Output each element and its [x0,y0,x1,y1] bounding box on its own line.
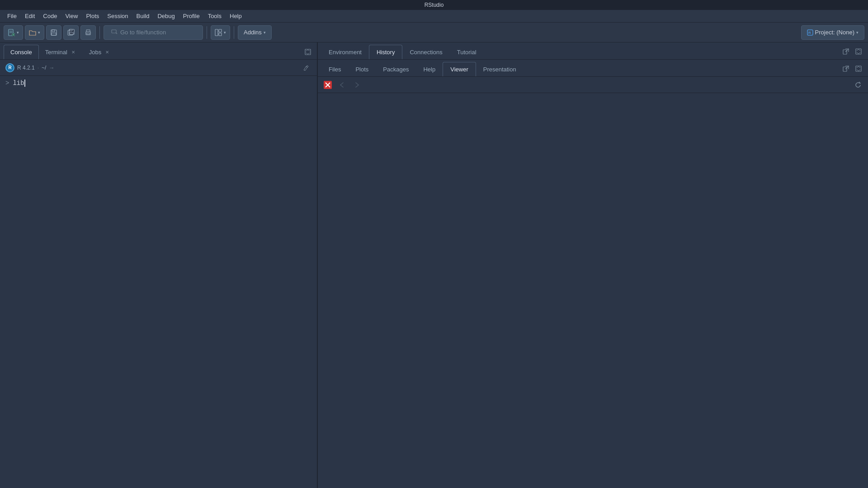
menu-session[interactable]: Session [104,11,132,21]
right-bottom-tab-bar: Files Plots Packages Help Viewer Present… [318,60,868,77]
bottom-popout-icon [843,66,849,72]
right-bottom-maximize-btn[interactable] [853,63,864,75]
r-version-badge: R R 4.2.1 · ~/ → [5,63,54,72]
menu-file[interactable]: File [4,11,20,21]
menu-code[interactable]: Code [39,11,61,21]
svg-rect-12 [70,33,73,34]
menu-profile[interactable]: Profile [179,11,203,21]
tab-plots[interactable]: Plots [348,62,376,76]
new-file-button[interactable]: ▾ [4,25,23,40]
console-actions [301,62,311,73]
save-all-icon [67,29,75,36]
app-title: RStudio [425,2,444,8]
svg-rect-27 [856,66,861,71]
menu-bar: File Edit Code View Plots Session Build … [0,10,868,23]
right-bottom-tab-actions [840,63,864,76]
viewer-toolbar [318,77,868,93]
tab-viewer[interactable]: Viewer [443,62,476,76]
layout-button[interactable]: ▾ [211,25,230,40]
menu-debug[interactable]: Debug [154,11,178,21]
save-icon [50,29,57,36]
close-jobs-tab[interactable]: ✕ [104,49,110,55]
right-maximize-icon [855,48,862,55]
svg-rect-22 [843,50,847,54]
project-arrow: ▾ [856,30,859,35]
svg-rect-16 [215,29,218,36]
separator-2 [207,26,207,39]
prompt-symbol: > [5,80,9,87]
project-icon: R [807,29,813,36]
toolbar: ▾ ▾ [0,23,868,42]
svg-rect-14 [87,33,90,34]
right-pane-maximize-btn[interactable] [853,46,864,57]
svg-rect-15 [112,30,116,33]
viewer-back-btn[interactable] [336,79,349,91]
goto-file-button[interactable]: Go to file/function [104,25,203,40]
svg-rect-11 [70,29,72,31]
project-button[interactable]: R Project: (None) ▾ [801,25,864,40]
menu-help[interactable]: Help [226,11,245,21]
addins-button[interactable]: Addins ▾ [238,25,272,40]
tab-terminal[interactable]: Terminal ✕ [39,45,83,59]
svg-text:R: R [808,31,811,35]
tab-environment[interactable]: Environment [321,45,369,59]
right-pane: Environment History Connections Tutorial [318,42,868,488]
viewer-refresh-btn[interactable] [852,79,864,91]
console-content[interactable]: > lib [0,76,317,488]
menu-tools[interactable]: Tools [204,11,225,21]
save-all-button[interactable] [63,25,79,40]
right-bottom-popout-btn[interactable] [840,63,852,75]
menu-view[interactable]: View [61,11,81,21]
maximize-icon [305,49,311,55]
viewer-refresh-icon [854,81,862,89]
open-file-button[interactable]: ▾ [25,25,44,40]
tab-packages[interactable]: Packages [376,62,416,76]
left-pane: Console Terminal ✕ Jobs ✕ [0,42,318,488]
svg-rect-8 [52,33,56,35]
tab-tutorial[interactable]: Tutorial [450,45,484,59]
console-input-text[interactable]: lib [13,80,25,87]
svg-rect-24 [856,49,861,54]
new-button-group: ▾ [4,25,23,40]
viewer-forward-btn[interactable] [350,79,363,91]
project-label: Project: (None) [815,29,854,36]
viewer-content [318,93,868,488]
right-pane-popout-btn[interactable] [840,46,852,57]
menu-plots[interactable]: Plots [82,11,103,21]
menu-edit[interactable]: Edit [21,11,38,21]
right-top-tab-actions [840,46,864,59]
clear-console-btn[interactable] [301,62,311,73]
console-header: R R 4.2.1 · ~/ → [0,60,317,76]
goto-label: Go to file/function [120,29,166,36]
separator-dot: · [38,65,39,71]
layout-arrow: ▾ [224,30,226,35]
broom-icon [303,65,309,71]
text-cursor [24,80,25,87]
tab-console[interactable]: Console [4,45,39,59]
tab-presentation[interactable]: Presentation [476,62,524,76]
print-button[interactable] [80,25,96,40]
tab-files[interactable]: Files [321,62,348,76]
close-terminal-tab[interactable]: ✕ [70,49,76,55]
open-button-arrow: ▾ [38,30,40,35]
viewer-clear-icon [324,81,332,89]
tab-jobs[interactable]: Jobs ✕ [83,45,117,59]
popout-icon [843,48,849,55]
svg-rect-18 [219,33,222,36]
separator-3 [234,26,234,39]
tab-connections[interactable]: Connections [402,45,449,59]
open-folder-icon [29,29,36,36]
viewer-clear-btn[interactable] [321,79,334,91]
viewer-forward-icon [354,82,360,88]
save-button[interactable] [46,25,61,40]
left-pane-expand-btn[interactable] [302,47,313,57]
viewer-back-icon [339,82,345,88]
left-tab-bar: Console Terminal ✕ Jobs ✕ [0,42,317,60]
menu-build[interactable]: Build [133,11,153,21]
tab-help[interactable]: Help [416,62,443,76]
svg-rect-21 [305,49,311,55]
tab-history[interactable]: History [369,45,402,59]
separator-1 [99,26,100,39]
svg-rect-17 [219,29,222,32]
goto-arrow-icon [111,29,118,36]
